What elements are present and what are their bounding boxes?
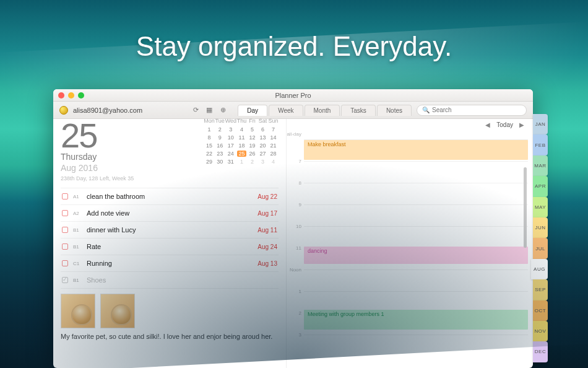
task-title: Rate (87, 243, 253, 250)
calendar-day[interactable]: 3 (225, 125, 236, 133)
calendar-day[interactable]: 29 (204, 157, 215, 165)
task-row[interactable]: A2 Add note view Aug 17 (61, 205, 279, 222)
grid-icon[interactable]: ▦ (205, 107, 213, 114)
event-breakfast[interactable]: Make breakfast (304, 140, 528, 160)
task-priority: C1 (73, 261, 82, 266)
task-priority: B1 (73, 244, 82, 250)
calendar-day[interactable]: 10 (225, 133, 236, 141)
titlebar: Planner Pro (53, 89, 533, 102)
calendar-day[interactable]: 14 (268, 133, 279, 141)
task-row[interactable]: B1 dinner with Lucy Aug 11 (61, 222, 279, 239)
tab-tasks[interactable]: Tasks (341, 105, 376, 116)
date-subtitle: 238th Day, 128 Left, Week 35 (61, 175, 134, 182)
calendar-day[interactable]: 26 (247, 149, 257, 157)
calendar-day[interactable]: 9 (215, 133, 225, 141)
calendar-day[interactable]: 23 (215, 149, 225, 157)
calendar-day[interactable]: 19 (247, 141, 257, 149)
calendar-day[interactable]: 24 (225, 149, 236, 157)
task-priority: B1 (73, 278, 82, 283)
calendar-day[interactable]: 1 (204, 125, 215, 133)
month-tab-oct[interactable]: OCT (533, 300, 548, 321)
avatar[interactable] (59, 106, 68, 115)
search-input[interactable] (432, 107, 521, 113)
task-checkbox[interactable] (62, 193, 68, 199)
month-side-tabs: JANFEBMARAPRMAYJUNJULAUGSEPOCTNOVDEC (533, 114, 548, 362)
month-tab-nov[interactable]: NOV (533, 321, 548, 341)
account-label[interactable]: alisa8901@yahoo.com (73, 107, 142, 114)
calendar-day[interactable]: 21 (268, 141, 279, 149)
calendar-day[interactable]: 7 (268, 125, 279, 133)
calendar-day[interactable]: 3 (257, 157, 268, 165)
hour-label: 2 (299, 310, 301, 316)
photo-thumbnail[interactable] (61, 294, 95, 328)
calendar-day[interactable]: 28 (268, 149, 279, 157)
calendar-day[interactable]: 11 (236, 133, 247, 141)
tab-day[interactable]: Day (238, 105, 267, 116)
task-row[interactable]: A1 clean the bathroom Aug 22 (61, 188, 279, 205)
calendar-day[interactable]: 31 (225, 157, 236, 165)
task-checkbox[interactable] (62, 260, 68, 266)
tab-week[interactable]: Week (269, 105, 303, 116)
tab-month[interactable]: Month (305, 105, 340, 116)
search-box[interactable]: 🔍 (417, 105, 527, 116)
month-tab-jun[interactable]: JUN (533, 217, 548, 238)
month-tab-mar[interactable]: MAR (533, 156, 548, 176)
month-tab-aug[interactable]: AUG (531, 259, 548, 279)
mini-calendar[interactable]: MonTueWedThuFriSatSun1234567891011121314… (204, 119, 279, 182)
month-tab-apr[interactable]: APR (533, 176, 548, 196)
toolbar: alisa8901@yahoo.com ⟳ ▦ ⊕ Day Week Month… (53, 102, 533, 119)
calendar-day[interactable]: 5 (247, 125, 257, 133)
calendar-day[interactable]: 15 (204, 141, 215, 149)
task-checkbox[interactable] (62, 277, 68, 283)
calendar-day[interactable]: 16 (215, 141, 225, 149)
calendar-day[interactable]: 27 (257, 149, 268, 157)
task-row[interactable]: C1 Running Aug 13 (61, 255, 279, 272)
add-icon[interactable]: ⊕ (219, 107, 227, 114)
calendar-day[interactable]: 2 (247, 157, 257, 165)
calendar-day[interactable]: 1 (236, 157, 247, 165)
calendar-day[interactable]: 30 (215, 157, 225, 165)
calendar-day[interactable]: 2 (215, 125, 225, 133)
left-pane: 25 Thursday Aug 2016 238th Day, 128 Left… (53, 119, 286, 368)
calendar-day[interactable]: 17 (225, 141, 236, 149)
calendar-day[interactable]: 20 (257, 141, 268, 149)
task-row[interactable]: B1 Shoes (61, 272, 279, 289)
month-tab-jan[interactable]: JAN (533, 114, 548, 134)
month-year-label: Aug 2016 (61, 163, 134, 173)
task-row[interactable]: B1 Rate Aug 24 (61, 239, 279, 255)
calendar-day[interactable]: 12 (247, 133, 257, 141)
scrollbar[interactable] (524, 167, 527, 248)
task-title: clean the bathroom (87, 193, 253, 200)
task-title: dinner with Lucy (87, 226, 253, 234)
search-icon: 🔍 (422, 107, 430, 113)
today-button[interactable]: Today (496, 121, 513, 128)
task-date: Aug 11 (257, 227, 277, 234)
task-checkbox[interactable] (62, 227, 68, 233)
calendar-day-today[interactable]: 25 (236, 149, 247, 157)
event-meeting[interactable]: Meeting with group members 1 (304, 310, 528, 330)
month-tab-feb[interactable]: FEB (533, 134, 548, 155)
weekday-label: Thursday (61, 152, 134, 162)
calendar-day[interactable]: 4 (236, 125, 247, 133)
task-checkbox[interactable] (62, 210, 68, 216)
calendar-day[interactable]: 22 (204, 149, 215, 157)
next-day-button[interactable]: ▶ (517, 121, 527, 128)
prev-day-button[interactable]: ◀ (483, 121, 493, 128)
task-checkbox[interactable] (62, 243, 68, 250)
hour-label: 11 (296, 245, 301, 251)
calendar-day[interactable]: 8 (204, 133, 215, 141)
sync-icon[interactable]: ⟳ (192, 107, 199, 114)
calendar-day[interactable]: 13 (257, 133, 268, 141)
calendar-day[interactable]: 18 (236, 141, 247, 149)
month-tab-sep[interactable]: SEP (533, 279, 548, 300)
photo-thumbnail[interactable] (100, 294, 135, 328)
calendar-day[interactable]: 4 (268, 157, 279, 165)
month-tab-may[interactable]: MAY (533, 197, 548, 217)
event-dancing[interactable]: dancing (304, 247, 528, 264)
hero-tagline: Stay organized. Everyday. (0, 31, 588, 62)
tab-notes[interactable]: Notes (377, 105, 412, 116)
calendar-day[interactable]: 6 (257, 125, 268, 133)
month-tab-dec[interactable]: DEC (533, 341, 548, 362)
month-tab-jul[interactable]: JUL (533, 238, 548, 258)
note-text: My favorite pet, so cute and silki!. I l… (61, 332, 279, 341)
